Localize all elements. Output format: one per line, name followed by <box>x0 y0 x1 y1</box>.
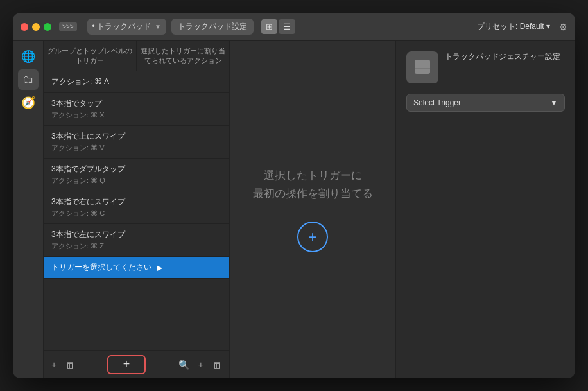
sidebar-icon-finder[interactable]: 🗂 <box>18 69 39 90</box>
action-panel-text: 選択したトリガーに 最初の操作を割り当てる <box>253 167 373 202</box>
trigger-item-3swipe-right[interactable]: 3本指で右にスワイプ アクション: ⌘ C <box>44 191 229 224</box>
trigger-panel: グループとトップレベルのトリガー 選択したトリガーに割り当てられているアクション… <box>44 41 230 378</box>
sidebar-icon-globe[interactable]: 🌐 <box>18 46 39 67</box>
action-text-line1: 選択したトリガーに <box>264 169 362 182</box>
search-trigger-button[interactable]: 🔍 <box>176 358 192 371</box>
right-panel-title: トラックパッドジェスチャー設定 <box>445 51 560 62</box>
traffic-lights <box>21 23 51 31</box>
svg-rect-0 <box>415 60 430 74</box>
preset-label: プリセット: Default ▾ <box>477 21 550 32</box>
trigger-item-3tap[interactable]: 3本指でタップ アクション: ⌘ X <box>44 93 229 126</box>
trigger-title: アクション: ⌘ A <box>51 76 221 87</box>
trigger-title: トリガーを選択してください <box>51 262 151 273</box>
add-action-button[interactable]: + <box>297 222 328 252</box>
trigger-item-action-a[interactable]: アクション: ⌘ A <box>44 71 229 93</box>
add-trigger-button[interactable]: + <box>107 355 146 374</box>
trigger-item-placeholder[interactable]: トリガーを選択してください ▶ <box>44 257 229 279</box>
minimize-button[interactable] <box>32 23 40 31</box>
trackpad-icon <box>406 51 438 83</box>
trigger-action: アクション: ⌘ Z <box>51 241 221 251</box>
trigger-item-3doubletap[interactable]: 3本指でダブルタップ アクション: ⌘ Q <box>44 159 229 191</box>
device-settings-button[interactable]: トラックパッド設定 <box>171 19 254 35</box>
close-button[interactable] <box>21 23 28 31</box>
action-text-line2: 最初の操作を割り当てる <box>253 187 373 200</box>
trigger-title: 3本指でタップ <box>51 98 221 109</box>
action-panel: 選択したトリガーに 最初の操作を割り当てる + <box>230 41 395 378</box>
device-selector[interactable]: • トラックパッド ▼ <box>87 19 166 35</box>
panel-header-left: グループとトップレベルのトリガー <box>44 41 137 71</box>
right-panel: トラックパッドジェスチャー設定 Select Trigger ▼ <box>395 41 575 378</box>
panel-header-right: 選択したトリガーに割り当てられているアクション <box>137 41 229 71</box>
titlebar: >>> • トラックパッド ▼ トラックパッド設定 ⊞ ☰ プリセット: Def… <box>13 13 575 41</box>
sidebar: 🌐 🗂 🧭 <box>13 41 44 378</box>
dropdown-arrow-icon: ▼ <box>550 98 558 107</box>
trigger-title: 3本指で右にスワイプ <box>51 196 221 207</box>
plus-icon: + <box>123 358 130 371</box>
right-panel-header: トラックパッドジェスチャー設定 <box>406 51 565 83</box>
main-area: 🌐 🗂 🧭 グループとトップレベルのトリガー 選択したトリガーに割り当てられてい… <box>13 41 575 378</box>
sidebar-icon-safari[interactable]: 🧭 <box>18 92 39 113</box>
add-action-bottom-button[interactable]: + <box>196 358 206 371</box>
trigger-action: アクション: ⌘ X <box>51 110 221 120</box>
view-toggle: ⊞ ☰ <box>261 19 295 34</box>
device-select-arrow: ▼ <box>155 23 161 30</box>
trigger-title: 3本指で左にスワイプ <box>51 229 221 240</box>
delete-trigger-button[interactable]: 🗑 <box>210 358 224 371</box>
select-trigger-dropdown[interactable]: Select Trigger ▼ <box>406 94 565 112</box>
trigger-action: アクション: ⌘ Q <box>51 176 221 186</box>
trigger-item-3swipe-up[interactable]: 3本指で上にスワイプ アクション: ⌘ V <box>44 126 229 159</box>
delete-group-button[interactable]: 🗑 <box>63 358 77 371</box>
view-list-button[interactable]: ☰ <box>279 19 295 34</box>
maximize-button[interactable] <box>44 23 51 31</box>
select-trigger-label: Select Trigger <box>413 98 461 107</box>
trigger-action: アクション: ⌘ V <box>51 143 221 153</box>
panel-header: グループとトップレベルのトリガー 選択したトリガーに割り当てられているアクション <box>44 41 229 71</box>
placeholder-arrow-icon: ▶ <box>157 263 162 272</box>
trigger-panel-footer: + 🗑 + 🔍 + 🗑 <box>44 350 229 378</box>
device-name-label: • トラックパッド <box>92 21 151 32</box>
trigger-action: アクション: ⌘ C <box>51 209 221 218</box>
gear-button[interactable]: ⚙ <box>559 22 567 32</box>
main-window: >>> • トラックパッド ▼ トラックパッド設定 ⊞ ☰ プリセット: Def… <box>13 13 575 378</box>
view-grid-button[interactable]: ⊞ <box>261 19 277 34</box>
sidebar-toggle-button[interactable]: >>> <box>59 22 77 31</box>
add-group-button[interactable]: + <box>49 358 59 371</box>
trigger-list: アクション: ⌘ A 3本指でタップ アクション: ⌘ X 3本指で上にスワイプ… <box>44 71 229 350</box>
trigger-title: 3本指で上にスワイプ <box>51 131 221 142</box>
trigger-item-3swipe-left[interactable]: 3本指で左にスワイプ アクション: ⌘ Z <box>44 224 229 257</box>
trigger-title: 3本指でダブルタップ <box>51 164 221 175</box>
